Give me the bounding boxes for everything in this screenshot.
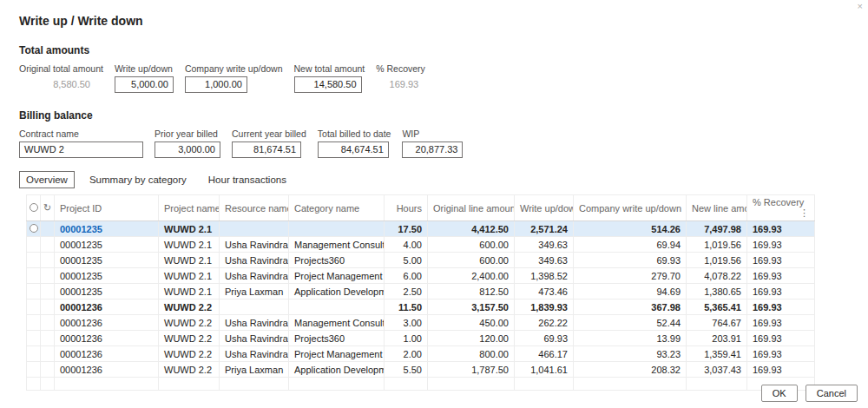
cell-write-up-down[interactable]: 349.63: [515, 253, 574, 268]
col-header-recovery[interactable]: % Recovery⋮: [747, 195, 815, 221]
row-select-cell[interactable]: [27, 346, 41, 362]
cell-category-name[interactable]: Application Development: [289, 362, 385, 378]
col-header-write-up-down[interactable]: Write up/down: [515, 195, 574, 221]
cell-project-id[interactable]: 00001235: [55, 284, 159, 299]
col-header-project-name[interactable]: Project name: [159, 195, 220, 221]
table-row[interactable]: 00001235WUWD 2.1Usha Ravindra RaoManagem…: [27, 237, 815, 253]
cell-project-name[interactable]: WUWD 2.2: [159, 362, 220, 378]
cell-hours[interactable]: 5.50: [385, 362, 428, 378]
cell-company-write-up-down[interactable]: 367.98: [574, 299, 687, 315]
cell-resource-name[interactable]: [220, 221, 289, 237]
row-select-cell[interactable]: [27, 299, 41, 315]
cell-original-line-amount[interactable]: 4,412.50: [428, 221, 515, 237]
col-header-original-line-amount[interactable]: Original line amount: [428, 195, 515, 221]
cell-write-up-down[interactable]: 473.46: [515, 284, 574, 299]
cell-category-name[interactable]: [289, 221, 385, 237]
tab-hour-transactions[interactable]: Hour transactions: [201, 171, 293, 188]
cell-project-name[interactable]: WUWD 2.1: [159, 284, 220, 299]
cell-new-line-amount[interactable]: 1,019.56: [687, 253, 747, 268]
cell-new-line-amount[interactable]: 764.67: [687, 315, 747, 331]
cell-hours[interactable]: 17.50: [385, 221, 428, 237]
cell-category-name[interactable]: Project Management: [289, 268, 385, 284]
table-row[interactable]: 00001235WUWD 2.1Priya LaxmanApplication …: [27, 284, 815, 299]
row-select-cell[interactable]: [27, 221, 41, 237]
col-header-new-line-amount[interactable]: New line amount: [687, 195, 747, 221]
table-row[interactable]: 00001236WUWD 2.2Usha Ravindra RaoProject…: [27, 346, 815, 362]
table-row[interactable]: 00001235WUWD 2.117.504,412.502,571.24514…: [27, 221, 815, 237]
tab-overview[interactable]: Overview: [19, 171, 75, 188]
field-value[interactable]: 3,000.00: [155, 141, 220, 158]
field-value[interactable]: 20,877.33: [402, 141, 463, 158]
cell-category-name[interactable]: Application Development: [289, 284, 385, 299]
cell-original-line-amount[interactable]: 3,157.50: [428, 299, 515, 315]
row-select-cell[interactable]: [27, 237, 41, 253]
field-value[interactable]: 84,674.51: [318, 141, 389, 158]
cell-write-up-down[interactable]: 69.93: [515, 331, 574, 346]
cell-new-line-amount[interactable]: 7,497.98: [687, 221, 747, 237]
cell-project-name[interactable]: WUWD 2.2: [159, 346, 220, 362]
cell-original-line-amount[interactable]: 800.00: [428, 346, 515, 362]
cell-category-name[interactable]: Management Consulting: [289, 315, 385, 331]
cell-hours[interactable]: 1.00: [385, 331, 428, 346]
cell-resource-name[interactable]: Usha Ravindra Rao: [220, 268, 289, 284]
cell-new-line-amount[interactable]: 1,380.65: [687, 284, 747, 299]
table-row[interactable]: 00001235WUWD 2.1Usha Ravindra RaoProject…: [27, 268, 815, 284]
cell-original-line-amount[interactable]: 812.50: [428, 284, 515, 299]
field-value[interactable]: 5,000.00: [115, 76, 174, 93]
row-select-cell[interactable]: [27, 362, 41, 378]
cell-resource-name[interactable]: Usha Ravindra Rao: [220, 346, 289, 362]
tab-summary-by-category[interactable]: Summary by category: [82, 171, 194, 188]
table-row[interactable]: 00001236WUWD 2.2Priya LaxmanApplication …: [27, 362, 815, 378]
cell-project-id[interactable]: 00001236: [55, 331, 159, 346]
cell-resource-name[interactable]: Usha Ravindra Rao: [220, 237, 289, 253]
cell-project-id[interactable]: 00001235: [55, 253, 159, 268]
field-value[interactable]: 14,580.50: [294, 76, 362, 93]
cell-recovery[interactable]: 169.93: [747, 331, 815, 346]
table-row[interactable]: 00001236WUWD 2.211.503,157.501,839.93367…: [27, 299, 815, 315]
cell-company-write-up-down[interactable]: 279.70: [574, 268, 687, 284]
cell-write-up-down[interactable]: 262.22: [515, 315, 574, 331]
cell-project-name[interactable]: WUWD 2.1: [159, 268, 220, 284]
cell-company-write-up-down[interactable]: 69.93: [574, 253, 687, 268]
cell-resource-name[interactable]: Priya Laxman: [220, 284, 289, 299]
cell-write-up-down[interactable]: 349.63: [515, 237, 574, 253]
cell-resource-name[interactable]: Priya Laxman: [220, 362, 289, 378]
cell-new-line-amount[interactable]: 5,365.41: [687, 299, 747, 315]
cell-project-id[interactable]: 00001236: [55, 362, 159, 378]
cell-new-line-amount[interactable]: 4,078.22: [687, 268, 747, 284]
cell-resource-name[interactable]: [220, 299, 289, 315]
cell-company-write-up-down[interactable]: 13.99: [574, 331, 687, 346]
cell-recovery[interactable]: 169.93: [747, 362, 815, 378]
cell-recovery[interactable]: 169.93: [747, 221, 815, 237]
cell-hours[interactable]: 6.00: [385, 268, 428, 284]
cell-recovery[interactable]: 169.93: [747, 253, 815, 268]
row-select-cell[interactable]: [27, 331, 41, 346]
select-column-header[interactable]: [27, 195, 41, 221]
cell-project-name[interactable]: WUWD 2.2: [159, 331, 220, 346]
field-value[interactable]: 81,674.51: [232, 141, 301, 158]
ok-button[interactable]: OK: [761, 385, 798, 402]
cell-recovery[interactable]: 169.93: [747, 268, 815, 284]
cell-hours[interactable]: 2.00: [385, 346, 428, 362]
cell-company-write-up-down[interactable]: 208.32: [574, 362, 687, 378]
cell-project-id[interactable]: 00001235: [55, 268, 159, 284]
cell-original-line-amount[interactable]: 2,400.00: [428, 268, 515, 284]
cell-recovery[interactable]: 169.93: [747, 284, 815, 299]
cell-category-name[interactable]: Projects360: [289, 331, 385, 346]
cell-project-id[interactable]: 00001236: [55, 315, 159, 331]
cell-hours[interactable]: 4.00: [385, 237, 428, 253]
cell-new-line-amount[interactable]: 203.91: [687, 331, 747, 346]
cell-recovery[interactable]: 169.93: [747, 315, 815, 331]
cell-original-line-amount[interactable]: 120.00: [428, 331, 515, 346]
row-select-cell[interactable]: [27, 253, 41, 268]
cell-category-name[interactable]: Project Management: [289, 346, 385, 362]
cell-original-line-amount[interactable]: 600.00: [428, 253, 515, 268]
refresh-column-header[interactable]: ↻: [41, 195, 55, 221]
cell-original-line-amount[interactable]: 450.00: [428, 315, 515, 331]
cell-resource-name[interactable]: Usha Ravindra Rao: [220, 331, 289, 346]
row-select-cell[interactable]: [27, 315, 41, 331]
cell-company-write-up-down[interactable]: 94.69: [574, 284, 687, 299]
cell-project-id[interactable]: 00001235: [55, 237, 159, 253]
cell-hours[interactable]: 3.00: [385, 315, 428, 331]
cell-write-up-down[interactable]: 466.17: [515, 346, 574, 362]
